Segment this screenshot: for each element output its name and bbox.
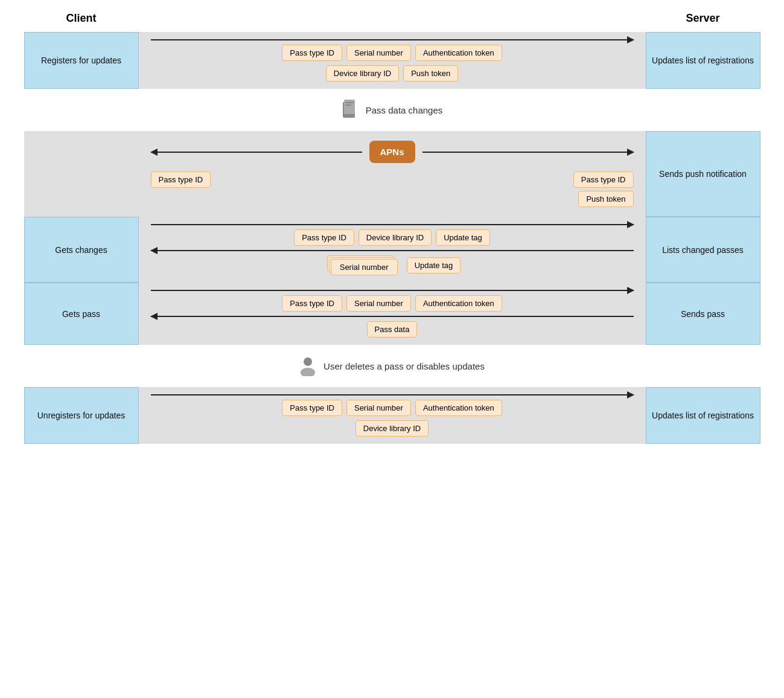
register-tags-row1: Pass type ID Serial number Authenticatio… — [282, 45, 502, 61]
tag-serial-stacked: Serial number — [331, 259, 398, 275]
pass-changes-label: Pass data changes — [366, 105, 443, 115]
tag-gc-pass-type: Pass type ID — [294, 229, 354, 246]
tag-ur-serial: Serial number — [346, 400, 411, 416]
server-header: Server — [686, 12, 719, 24]
svg-point-4 — [304, 357, 312, 366]
register-middle: Pass type ID Serial number Authenticatio… — [139, 32, 646, 89]
client-gets-pass-box: Gets pass — [24, 283, 139, 345]
arrow-right-unregister — [151, 394, 634, 395]
tag-gc-update-tag: Update tag — [436, 229, 490, 246]
unregister-section: Unregisters for updates Pass type ID Ser… — [24, 387, 760, 444]
apns-section: APNs Pass type ID Pass type ID Pu — [24, 131, 760, 217]
apns-left-tags: Pass type ID — [151, 171, 211, 188]
diagram: Client Server Registers for updates Pass… — [24, 12, 760, 444]
user-icon — [299, 356, 316, 376]
sends-pass-tags: Pass data — [367, 321, 418, 338]
svg-rect-2 — [345, 102, 354, 103]
gets-pass-tags: Pass type ID Serial number Authenticatio… — [282, 295, 502, 312]
gets-pass-middle: Pass type ID Serial number Authenticatio… — [139, 283, 646, 345]
apns-box: APNs — [369, 141, 415, 163]
separator-pass-changes: Pass data changes — [24, 89, 760, 131]
user-deletes-label: User deletes a pass or disables updates — [323, 361, 485, 371]
register-section: Registers for updates Pass type ID Seria… — [24, 32, 760, 89]
gets-changes-tags: Pass type ID Device library ID Update ta… — [294, 229, 490, 246]
svg-point-5 — [301, 368, 315, 376]
unregister-tags-row2: Device library ID — [355, 420, 429, 437]
tag-gp-pass-type: Pass type ID — [282, 295, 342, 312]
separator-user-deletes: User deletes a pass or disables updates — [24, 345, 760, 387]
server-apns-box: Sends push notification — [646, 131, 760, 217]
gets-changes-section: Gets changes Pass type ID Device library… — [24, 217, 760, 283]
client-register-box: Registers for updates — [24, 32, 139, 89]
apns-right-tags: Pass type ID Push token — [573, 171, 634, 207]
server-lists-changed-box: Lists changed passes — [646, 217, 760, 283]
svg-rect-1 — [344, 100, 355, 114]
tag-ur-device-lib: Device library ID — [355, 420, 429, 437]
server-unregister-box: Updates list of registrations — [646, 387, 760, 444]
arrow-right-apns — [422, 152, 634, 153]
client-gets-changes-box: Gets changes — [24, 217, 139, 283]
tag-gc-device-lib: Device library ID — [359, 229, 432, 246]
tag-device-lib-id: Device library ID — [326, 65, 399, 82]
tag-update-tag-resp: Update tag — [407, 257, 461, 274]
client-header: Client — [66, 12, 96, 24]
arrow-left-lists-changed — [151, 250, 634, 251]
arrow-right-gets-pass — [151, 290, 634, 291]
arrow-left-sends-pass — [151, 316, 634, 317]
svg-rect-3 — [345, 104, 351, 106]
tag-apns-push-token: Push token — [578, 191, 633, 207]
tag-pass-type-id: Pass type ID — [282, 45, 342, 61]
tag-push-token: Push token — [403, 65, 458, 82]
gets-changes-middle: Pass type ID Device library ID Update ta… — [139, 217, 646, 283]
arrow-right-gets-changes — [151, 224, 634, 225]
stacked-serial: Serial number — [331, 259, 398, 275]
tag-pass-data: Pass data — [367, 321, 418, 338]
tag-apns-pass-type-left: Pass type ID — [151, 171, 211, 188]
arrow-left-apns — [151, 152, 362, 153]
tag-auth-token: Authentication token — [415, 45, 502, 61]
pass-icon — [342, 100, 359, 120]
register-tags-row2: Device library ID Push token — [326, 65, 458, 82]
tag-ur-auth: Authentication token — [415, 400, 502, 416]
client-apns-empty — [24, 131, 139, 217]
arrow-right-register — [151, 39, 634, 40]
client-unregister-box: Unregisters for updates — [24, 387, 139, 444]
unregister-tags-row1: Pass type ID Serial number Authenticatio… — [282, 400, 502, 416]
apns-middle: APNs Pass type ID Pass type ID Pu — [139, 131, 646, 217]
lists-changed-tags: Serial number Update tag — [323, 255, 461, 275]
unregister-middle: Pass type ID Serial number Authenticatio… — [139, 387, 646, 444]
tag-ur-pass-type: Pass type ID — [282, 400, 342, 416]
gets-pass-section: Gets pass Pass type ID Serial number Aut… — [24, 283, 760, 345]
tag-gp-auth: Authentication token — [415, 295, 502, 312]
tag-gp-serial: Serial number — [346, 295, 411, 312]
tag-serial-number: Serial number — [346, 45, 411, 61]
server-sends-pass-box: Sends pass — [646, 283, 760, 345]
tag-apns-pass-type-right: Pass type ID — [573, 171, 634, 188]
server-register-box: Updates list of registrations — [646, 32, 760, 89]
